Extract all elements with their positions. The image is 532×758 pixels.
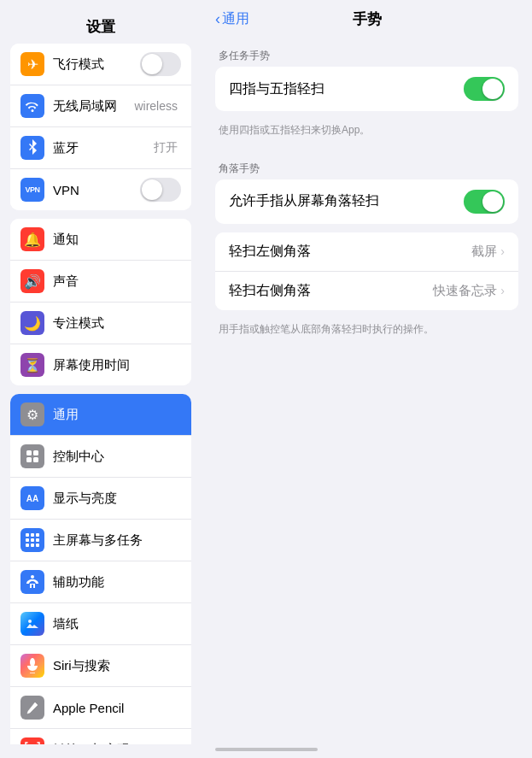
svg-point-13: [31, 575, 34, 579]
row-label: 四指与五指轻扫: [229, 80, 464, 98]
sidebar-item-label: 飞行模式: [53, 56, 140, 73]
sidebar-item-bluetooth[interactable]: 蓝牙 打开: [10, 127, 191, 169]
wallpaper-icon: [20, 612, 44, 636]
corner-swipe-toggle[interactable]: [464, 190, 505, 214]
sidebar-group-notifications: 🔔 通知 🔊 声音 🌙 专注模式 ⏳ 屏幕使用时间: [10, 219, 191, 385]
sidebar-item-label: VPN: [53, 183, 140, 197]
sidebar-item-label: 声音: [53, 273, 181, 290]
section-label-multitask: 多任务手势: [202, 35, 532, 67]
multitask-description: 使用四指或五指轻扫来切换App。: [202, 120, 532, 148]
sidebar-item-label: 通知: [53, 232, 181, 248]
notification-icon: 🔔: [20, 227, 44, 251]
sidebar-item-general[interactable]: ⚙ 通用: [10, 394, 191, 436]
focus-icon: 🌙: [20, 311, 44, 335]
sidebar-item-display[interactable]: AA 显示与亮度: [10, 478, 191, 520]
sidebar-item-pencil[interactable]: Apple Pencil: [10, 687, 191, 729]
svg-point-15: [30, 658, 35, 667]
svg-rect-7: [26, 538, 29, 542]
screentime-icon: ⏳: [20, 353, 44, 377]
sidebar-item-label: 辅助功能: [53, 574, 181, 591]
back-chevron-icon: ‹: [215, 10, 220, 28]
row-label: 轻扫左侧角落: [229, 243, 471, 261]
general-icon: ⚙: [20, 403, 44, 426]
chevron-right-icon: ›: [500, 244, 505, 258]
row-value: 快速备忘录: [433, 283, 497, 299]
sidebar-group-network: ✈ 飞行模式 无线局域网 wireless 蓝牙: [10, 44, 191, 210]
svg-rect-3: [33, 457, 38, 462]
section-label-corner: 角落手势: [202, 148, 532, 179]
sidebar-item-label: 屏幕使用时间: [53, 357, 181, 373]
row-four-finger-swipe[interactable]: 四指与五指轻扫: [215, 67, 518, 111]
back-label: 通用: [222, 10, 249, 28]
row-label: 允许手指从屏幕角落轻扫: [229, 192, 464, 210]
home-indicator: [215, 748, 318, 751]
svg-rect-8: [31, 538, 34, 542]
section-group-corner: 允许手指从屏幕角落轻扫: [215, 179, 518, 224]
sidebar-item-label: 控制中心: [53, 449, 181, 465]
sidebar-item-sound[interactable]: 🔊 声音: [10, 261, 191, 303]
sidebar-item-label: 墙纸: [53, 616, 181, 632]
sidebar-item-label: Apple Pencil: [53, 701, 181, 715]
svg-rect-1: [33, 450, 38, 455]
sidebar-item-focus[interactable]: 🌙 专注模式: [10, 303, 191, 344]
page-title: 手势: [353, 9, 382, 29]
sidebar-item-wallpaper[interactable]: 墙纸: [10, 603, 191, 645]
vpn-icon: VPN: [20, 178, 44, 202]
svg-rect-5: [31, 533, 34, 537]
pencil-icon: [20, 696, 44, 720]
chevron-right-icon: ›: [500, 284, 505, 297]
sidebar-item-airplane[interactable]: ✈ 飞行模式: [10, 44, 191, 85]
wifi-value: wireless: [134, 99, 178, 113]
svg-rect-2: [26, 457, 32, 462]
sidebar-item-label: 专注模式: [53, 315, 181, 332]
bluetooth-icon: [20, 136, 44, 160]
homescreen-icon: [20, 528, 44, 552]
display-icon: AA: [20, 486, 44, 510]
sidebar-item-label: 蓝牙: [53, 140, 154, 156]
sidebar-item-label: 通用: [53, 407, 181, 423]
wifi-icon: [20, 94, 44, 118]
sidebar-item-controlcenter[interactable]: 控制中心: [10, 436, 191, 478]
bluetooth-value: 打开: [154, 140, 178, 156]
row-label: 轻扫右侧角落: [229, 282, 433, 300]
svg-point-14: [28, 620, 32, 623]
siri-icon: [20, 654, 44, 678]
sidebar-item-siri[interactable]: Siri与搜索: [10, 645, 191, 687]
vpn-toggle[interactable]: [140, 178, 181, 202]
main-container: 设置 ✈ 飞行模式 无线局域网 wireless: [0, 0, 532, 744]
svg-rect-9: [36, 538, 39, 542]
sound-icon: 🔊: [20, 269, 44, 293]
sidebar-item-label: Siri与搜索: [53, 658, 181, 674]
row-corner-swipe[interactable]: 允许手指从屏幕角落轻扫: [215, 179, 518, 224]
sidebar-item-label: 显示与亮度: [53, 491, 181, 507]
sidebar-item-screentime[interactable]: ⏳ 屏幕使用时间: [10, 344, 191, 385]
sidebar-item-label: 无线局域网: [53, 98, 134, 115]
sidebar-item-homescreen[interactable]: 主屏幕与多任务: [10, 520, 191, 561]
svg-rect-0: [26, 450, 32, 455]
airplane-icon: ✈: [20, 52, 44, 76]
row-value: 截屏: [471, 244, 497, 260]
content-area: ‹ 通用 手势 多任务手势 四指与五指轻扫 使用四指或五指轻扫来切换App。 角…: [202, 0, 532, 744]
sidebar-item-accessibility[interactable]: 辅助功能: [10, 561, 191, 603]
sidebar-item-wifi[interactable]: 无线局域网 wireless: [10, 85, 191, 127]
svg-rect-12: [36, 544, 39, 547]
sidebar-item-vpn[interactable]: VPN VPN: [10, 169, 191, 210]
svg-rect-10: [26, 544, 29, 547]
svg-rect-11: [31, 544, 34, 547]
sidebar-item-label: 触控ID与密码: [53, 742, 181, 745]
sidebar-item-label: 主屏幕与多任务: [53, 532, 181, 549]
content-header: ‹ 通用 手势: [202, 0, 532, 35]
faceid-icon: [20, 737, 44, 744]
accessibility-icon: [20, 570, 44, 594]
sidebar-item-faceid[interactable]: 触控ID与密码: [10, 729, 191, 744]
section-group-corner-actions: 轻扫左侧角落 截屏 › 轻扫右侧角落 快速备忘录 ›: [215, 232, 518, 310]
sidebar-item-notification[interactable]: 🔔 通知: [10, 219, 191, 261]
back-button[interactable]: ‹ 通用: [215, 10, 249, 28]
sidebar-group-general: ⚙ 通用 控制中心 AA 显示与亮度: [10, 394, 191, 744]
airplane-toggle[interactable]: [140, 52, 181, 76]
row-swipe-left-corner[interactable]: 轻扫左侧角落 截屏 ›: [215, 232, 518, 272]
section-group-multitask: 四指与五指轻扫: [215, 67, 518, 111]
sidebar: 设置 ✈ 飞行模式 无线局域网 wireless: [0, 0, 202, 744]
row-swipe-right-corner[interactable]: 轻扫右侧角落 快速备忘录 ›: [215, 272, 518, 310]
four-finger-toggle[interactable]: [464, 77, 505, 101]
